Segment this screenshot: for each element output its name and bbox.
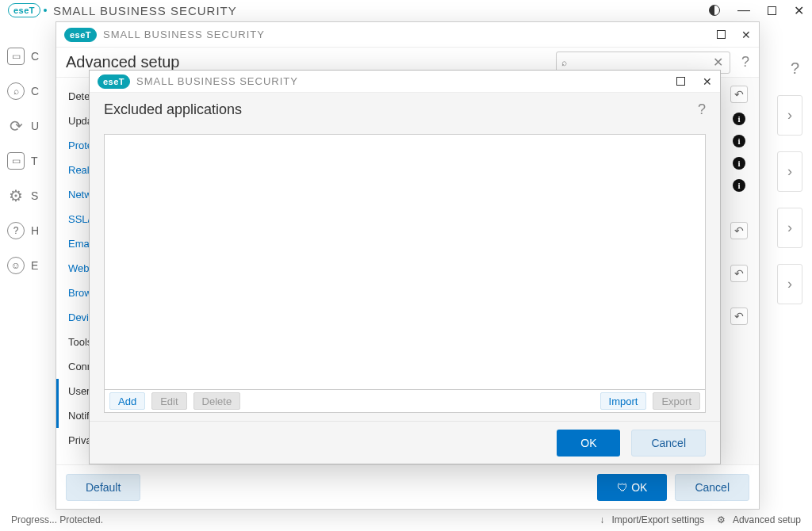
- cancel-button[interactable]: Cancel: [675, 474, 749, 501]
- dialog-heading: Excluded applications: [104, 101, 242, 118]
- search-input[interactable]: [572, 56, 707, 68]
- ok-button[interactable]: OK: [557, 430, 620, 457]
- info-icon[interactable]: i: [733, 113, 745, 125]
- excluded-applications-dialog: eseT SMALL BUSINESS SECURITY ✕ Excluded …: [89, 70, 721, 464]
- edit-button[interactable]: Edit: [151, 392, 186, 410]
- logo-pill: eseT: [98, 74, 130, 89]
- maximize-button[interactable]: [768, 6, 776, 15]
- eset-logo: eseT: [8, 3, 47, 17]
- add-button[interactable]: Add: [109, 392, 145, 410]
- shield-icon: 🛡: [617, 481, 628, 494]
- main-sidebar: ▭C ⌕C ⟳U ▭T ⚙S ?H ☺E: [6, 48, 46, 274]
- logo-dot: [44, 9, 47, 12]
- search-icon: ⌕: [561, 57, 567, 68]
- close-button[interactable]: ✕: [741, 29, 751, 41]
- chevron-right-icon: ›: [787, 163, 792, 180]
- chevron-right-icon: ›: [787, 220, 792, 236]
- import-export-link[interactable]: ↓ Import/Export settings: [599, 514, 704, 525]
- excluded-apps-list[interactable]: [104, 134, 706, 389]
- list-toolbar: Add Edit Delete Import Export: [104, 389, 706, 413]
- advanced-setup-window-title: SMALL BUSINESS SECURITY: [103, 29, 265, 40]
- chevron-right-icon: ›: [787, 276, 792, 292]
- main-window-title: SMALL BUSINESS SECURITY: [53, 4, 237, 17]
- right-panel-strip: › › › ›: [777, 95, 802, 304]
- minimize-button[interactable]: —: [737, 3, 750, 17]
- right-panel[interactable]: ›: [777, 264, 802, 304]
- help-icon[interactable]: ?: [741, 54, 749, 71]
- dialog-header: Excluded applications ?: [90, 93, 720, 126]
- close-button[interactable]: ✕: [703, 75, 712, 88]
- cancel-button[interactable]: Cancel: [631, 430, 706, 457]
- advanced-setup-titlebar: eseT SMALL BUSINESS SECURITY ✕: [56, 22, 759, 48]
- sidebar-item[interactable]: ⟳U: [7, 117, 45, 135]
- info-icon[interactable]: i: [733, 179, 745, 192]
- dialog-titlebar: eseT SMALL BUSINESS SECURITY ✕: [90, 71, 720, 93]
- contrast-icon[interactable]: [709, 5, 720, 16]
- ok-button[interactable]: 🛡OK: [597, 474, 667, 501]
- main-window-controls: — ✕: [709, 3, 804, 18]
- eset-logo: eseT: [64, 28, 97, 42]
- sidebar-item[interactable]: ☺E: [7, 257, 45, 274]
- clear-search-icon[interactable]: ✕: [711, 55, 725, 70]
- right-panel[interactable]: ›: [777, 95, 802, 136]
- sidebar-item[interactable]: ?H: [7, 222, 45, 239]
- import-button[interactable]: Import: [600, 392, 647, 410]
- content-side-controls: ↶ i i i i ↶ ↶ ↶: [730, 86, 748, 325]
- maximize-button[interactable]: [676, 77, 685, 86]
- statusbar: Progress... Protected. ↓ Import/Export s…: [0, 509, 812, 531]
- sidebar-item[interactable]: ⚙S: [7, 187, 45, 204]
- right-panel[interactable]: ›: [777, 151, 802, 192]
- sidebar-item[interactable]: ⌕C: [7, 82, 45, 100]
- help-icon[interactable]: ?: [791, 59, 799, 78]
- undo-icon[interactable]: ↶: [730, 308, 748, 325]
- dialog-body: Add Edit Delete Import Export: [90, 126, 720, 421]
- delete-button[interactable]: Delete: [193, 392, 241, 410]
- advanced-setup-heading: Advanced setup: [66, 53, 179, 71]
- export-button[interactable]: Export: [653, 392, 700, 410]
- eset-logo: eseT: [98, 74, 130, 89]
- maximize-button[interactable]: [717, 30, 726, 39]
- undo-icon[interactable]: ↶: [730, 86, 748, 103]
- dialog-window-title: SMALL BUSINESS SECURITY: [136, 75, 298, 87]
- logo-pill: eseT: [8, 3, 40, 17]
- sidebar-item[interactable]: ▭C: [7, 48, 45, 65]
- undo-icon[interactable]: ↶: [730, 265, 748, 282]
- status-links: ↓ Import/Export settings ⚙ Advanced setu…: [595, 514, 801, 525]
- info-icon[interactable]: i: [733, 157, 745, 170]
- chevron-right-icon: ›: [787, 107, 792, 124]
- advanced-setup-footer: Default 🛡OK Cancel: [56, 464, 759, 509]
- default-button[interactable]: Default: [66, 474, 140, 501]
- sidebar-item[interactable]: ▭T: [7, 152, 45, 170]
- status-text: Progress... Protected.: [11, 514, 103, 525]
- close-button[interactable]: ✕: [794, 3, 804, 18]
- info-icon[interactable]: i: [733, 135, 745, 147]
- dialog-footer: OK Cancel: [90, 421, 720, 464]
- undo-icon[interactable]: ↶: [730, 222, 748, 239]
- main-titlebar: eseT SMALL BUSINESS SECURITY — ✕: [0, 0, 812, 21]
- help-icon[interactable]: ?: [698, 101, 706, 118]
- right-panel[interactable]: ›: [777, 208, 802, 248]
- logo-pill: eseT: [64, 28, 97, 42]
- advanced-setup-link[interactable]: ⚙ Advanced setup: [712, 514, 801, 525]
